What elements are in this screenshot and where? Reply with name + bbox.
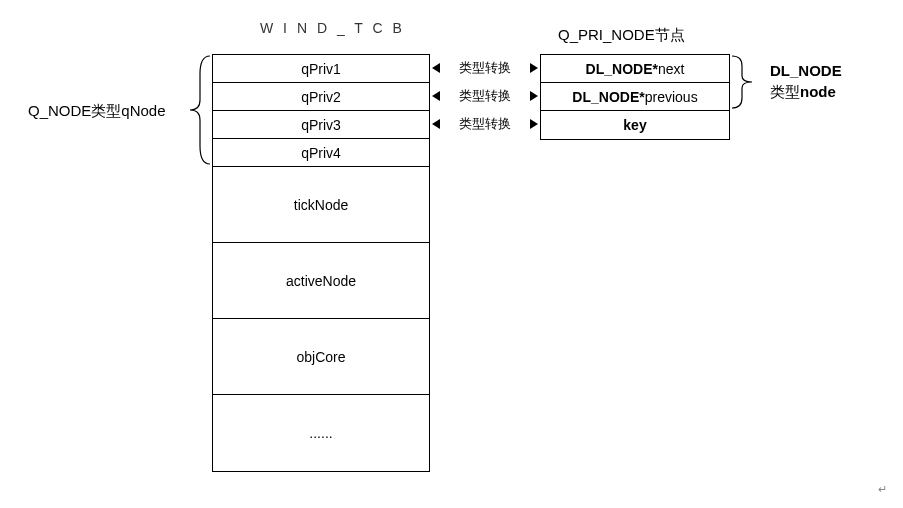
qpri-row-key: key xyxy=(541,111,729,139)
tcb-row-qpriv4: qPriv4 xyxy=(213,139,429,167)
qpri-row-previous: DL_NODE*previous xyxy=(541,83,729,111)
arrow-left-3 xyxy=(432,119,440,129)
conv-label-1: 类型转换 xyxy=(431,60,539,76)
arrow-left-2 xyxy=(432,91,440,101)
dlnode-label-line1: DL_NODE xyxy=(770,60,842,81)
return-symbol: ↵ xyxy=(878,483,887,496)
tcb-table: qPriv1 qPriv2 qPriv3 qPriv4 tickNode act… xyxy=(212,54,430,472)
arrow-right-3 xyxy=(530,119,538,129)
brace-left xyxy=(186,54,212,166)
qpri-table: DL_NODE*next DL_NODE*previous key xyxy=(540,54,730,140)
qpri-node-title: Q_PRI_NODE节点 xyxy=(558,26,685,45)
wind-tcb-title: W I N D _ T C B xyxy=(260,20,405,36)
arrow-left-1 xyxy=(432,63,440,73)
qpri-row-next: DL_NODE*next xyxy=(541,55,729,83)
dlnode-label-line2: 类型node xyxy=(770,81,842,102)
brace-right xyxy=(730,54,756,110)
qnode-label: Q_NODE类型qNode xyxy=(28,102,166,121)
dlnode-label: DL_NODE 类型node xyxy=(770,60,842,102)
tcb-row-qpriv2: qPriv2 xyxy=(213,83,429,111)
tcb-row-activenode: activeNode xyxy=(213,243,429,319)
tcb-row-qpriv1: qPriv1 xyxy=(213,55,429,83)
arrow-right-1 xyxy=(530,63,538,73)
arrow-right-2 xyxy=(530,91,538,101)
tcb-row-ticknode: tickNode xyxy=(213,167,429,243)
conv-label-3: 类型转换 xyxy=(431,116,539,132)
tcb-row-objcore: objCore xyxy=(213,319,429,395)
tcb-row-qpriv3: qPriv3 xyxy=(213,111,429,139)
tcb-row-more: ...... xyxy=(213,395,429,471)
conv-label-2: 类型转换 xyxy=(431,88,539,104)
